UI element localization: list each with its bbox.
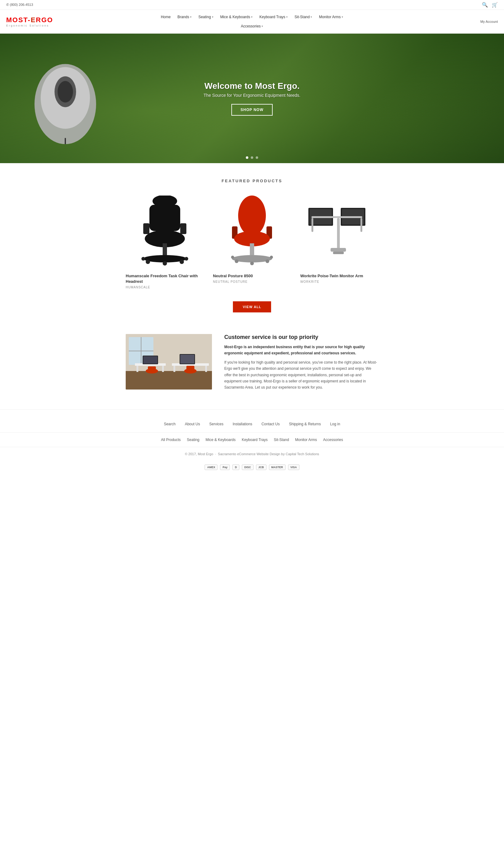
product-brand-1: HUMANSCALE <box>126 286 204 289</box>
payment-diners: D <box>232 465 239 470</box>
product-image-1 <box>126 196 204 269</box>
svg-point-25 <box>250 262 254 265</box>
svg-rect-34 <box>360 218 362 232</box>
utility-bar: ✆ (800) 206-4513 🔍 🛒 <box>0 0 504 10</box>
footer-link-installations[interactable]: Installations <box>232 422 252 426</box>
nav-keyboard-trays[interactable]: Keyboard Trays ▾ <box>256 13 291 21</box>
svg-rect-44 <box>137 366 138 372</box>
svg-rect-45 <box>162 366 164 372</box>
product-card-2[interactable]: Neutral Posture 8500 NEUTRAL POSTURE <box>213 196 291 289</box>
customer-service-section: Customer service is our top priority Mos… <box>113 334 391 390</box>
svg-point-17 <box>238 196 266 236</box>
product-image-2 <box>213 196 291 269</box>
logo-text-most: MOST- <box>6 16 31 24</box>
svg-rect-21 <box>250 243 254 255</box>
nav-accessories[interactable]: Accessories ▾ <box>238 22 266 30</box>
svg-point-15 <box>141 257 145 260</box>
mice-chevron: ▾ <box>251 15 253 19</box>
hero-dot-2[interactable] <box>251 156 253 159</box>
footer-link-shipping[interactable]: Shipping & Returns <box>289 422 321 426</box>
featured-title: FEATURED PRODUCTS <box>19 179 485 183</box>
footer-copyright: © 2017, Most Ergo · Sacramento eCommerce… <box>0 447 504 461</box>
payment-discover: DISC <box>242 465 253 470</box>
nav-monitor-arms[interactable]: Monitor Arms ▾ <box>316 13 346 21</box>
payment-applepay: Pay <box>220 465 230 470</box>
svg-rect-38 <box>126 371 212 389</box>
svg-point-26 <box>231 256 234 259</box>
shop-now-button[interactable]: SHOP NOW <box>231 104 273 116</box>
nav-seating[interactable]: Seating ▾ <box>195 13 217 21</box>
hero-dot-1[interactable] <box>246 156 248 159</box>
footer-nav-mice[interactable]: Mice & Keyboards <box>206 437 236 442</box>
brands-chevron: ▾ <box>190 15 192 19</box>
svg-rect-10 <box>163 243 167 256</box>
payment-amex: AMEX <box>205 465 218 470</box>
svg-point-27 <box>270 256 273 259</box>
footer-link-login[interactable]: Log in <box>330 422 340 426</box>
footer-nav-sit-stand[interactable]: Sit-Stand <box>274 437 289 442</box>
hero-dot-3[interactable] <box>256 156 258 159</box>
office-svg <box>126 334 212 389</box>
product-name-2: Neutral Posture 8500 <box>213 273 291 279</box>
svg-rect-33 <box>311 218 313 232</box>
svg-rect-56 <box>186 366 194 372</box>
accessories-chevron: ▾ <box>262 25 263 28</box>
account-area: My Account <box>480 20 498 23</box>
nav-mice-keyboards[interactable]: Mice & Keyboards ▾ <box>217 13 256 21</box>
svg-rect-49 <box>173 366 175 372</box>
cs-text-content: Customer service is our top priority Mos… <box>224 334 378 390</box>
my-account-link[interactable]: My Account <box>480 20 498 23</box>
seating-chevron: ▾ <box>212 15 214 19</box>
svg-rect-8 <box>180 223 186 234</box>
payment-jcb: JCB <box>256 465 266 470</box>
nav-brands[interactable]: Brands ▾ <box>174 13 195 21</box>
svg-rect-47 <box>143 356 158 364</box>
logo-text-rgo: RGO <box>36 16 53 24</box>
footer-nav-accessories[interactable]: Accessories <box>323 437 343 442</box>
monitor-arm-svg <box>308 205 370 260</box>
hero-content: Welcome to Most Ergo. The Source for You… <box>204 81 300 116</box>
svg-rect-7 <box>143 223 149 234</box>
logo-subtitle: Ergonomic Solutions <box>6 24 49 27</box>
footer-nav-seating[interactable]: Seating <box>187 437 199 442</box>
footer-link-contact[interactable]: Contact Us <box>262 422 280 426</box>
footer-nav-monitor-arms[interactable]: Monitor Arms <box>295 437 317 442</box>
main-nav-wrapper: MOST-ERGO Ergonomic Solutions Home Brand… <box>0 10 504 34</box>
cs-title: Customer service is our top priority <box>224 334 378 341</box>
svg-point-16 <box>184 257 188 260</box>
logo-area: MOST-ERGO Ergonomic Solutions <box>6 16 53 27</box>
footer-link-about[interactable]: About Us <box>185 422 200 426</box>
cs-body-text: If you're looking for high quality and p… <box>224 359 378 391</box>
footer-nav-all-products[interactable]: All Products <box>161 437 181 442</box>
hero-dots <box>246 156 258 159</box>
svg-rect-50 <box>205 366 207 372</box>
footer-bottom-links: All Products Seating Mice & Keyboards Ke… <box>0 432 504 447</box>
search-icon[interactable]: 🔍 <box>482 2 488 8</box>
footer-link-search[interactable]: Search <box>164 422 175 426</box>
mouse-svg <box>25 52 105 144</box>
nav-home[interactable]: Home <box>158 13 174 21</box>
cs-office-image <box>126 334 212 389</box>
cs-bold-text: Most-Ergo is an independent business ent… <box>224 344 378 356</box>
cart-icon[interactable]: 🛒 <box>492 2 498 8</box>
nav-sit-stand[interactable]: Sit-Stand ▾ <box>291 13 315 21</box>
nav-row2: Accessories ▾ <box>0 22 504 30</box>
product-name-1: Humanscale Freedom Task Chair with Headr… <box>126 273 204 284</box>
products-grid: Humanscale Freedom Task Chair with Headr… <box>126 196 378 289</box>
payment-visa: VISA <box>288 465 299 470</box>
product-card-3[interactable]: Workrite Poise-Twin Monitor Arm WORKRITE <box>300 196 378 289</box>
product-brand-2: NEUTRAL POSTURE <box>213 280 291 284</box>
hero-mouse-decoration <box>25 52 105 145</box>
svg-point-13 <box>180 260 184 264</box>
footer-nav-trays[interactable]: Keyboard Trays <box>242 437 268 442</box>
view-all-button[interactable]: VIEW ALL <box>233 301 271 312</box>
svg-point-23 <box>235 259 239 263</box>
featured-section: FEATURED PRODUCTS <box>0 163 504 328</box>
svg-point-3 <box>58 81 73 103</box>
cs-layout: Customer service is our top priority Mos… <box>126 334 378 390</box>
monitors-chevron: ▾ <box>342 15 343 19</box>
logo: MOST-ERGO <box>6 16 53 24</box>
product-card-1[interactable]: Humanscale Freedom Task Chair with Headr… <box>126 196 204 289</box>
footer-link-services[interactable]: Services <box>209 422 224 426</box>
red-chair-svg <box>229 196 275 269</box>
